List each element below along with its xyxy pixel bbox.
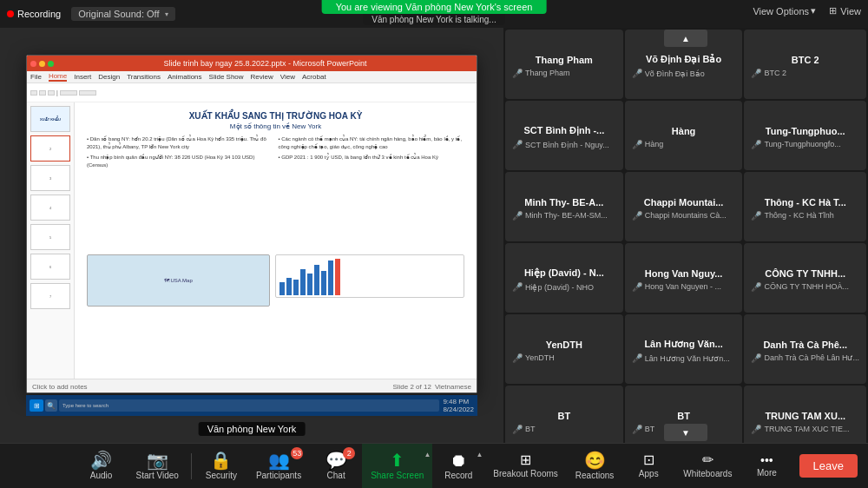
mic-icon-15: 🎤 <box>512 425 523 434</box>
slide-thumb-1[interactable]: XUẤT KHẨU <box>30 106 70 132</box>
scroll-down-button[interactable]: ▼ <box>664 424 707 441</box>
slide-thumb-5[interactable]: 5 <box>30 224 70 250</box>
participant-name-8: Thông - KC Hà T... <box>747 197 863 208</box>
toolbar-share-screen[interactable]: ⬆ Share Screen ▲ <box>362 444 432 489</box>
toolbar-start-video[interactable]: 📷 Start Video <box>128 444 187 489</box>
participant-name-14: Danh Trà Cà Phê... <box>747 340 863 350</box>
ribbon-tab-review[interactable]: Review <box>251 73 273 81</box>
participant-card-11: CÔNG TY TNHH... 🎤 CÔNG TY TNHH HOÀ... <box>744 243 866 313</box>
slide-thumb-2[interactable]: 2 <box>30 135 70 162</box>
leave-button[interactable]: Leave <box>799 454 858 478</box>
presentation-area: Slide trinh bay ngay 25.8.2022.pptx - Mi… <box>0 28 503 443</box>
slide-thumb-6[interactable]: 6 <box>30 254 70 280</box>
slide-title: XUẤT KHẨU SANG THỊ TRƯỜNG HOA KỲ <box>87 111 464 121</box>
record-caret[interactable]: ▲ <box>476 451 483 458</box>
record-icon: ⏺ <box>450 452 467 469</box>
ribbon-tab-design[interactable]: Design <box>98 73 120 81</box>
ribbon-tab-home[interactable]: Home <box>49 72 67 82</box>
toolbar-apps[interactable]: ⊡ Apps <box>622 444 674 489</box>
slide-bullets: • Dân số bang NY: hơn 20.2 triệu (Dân số… <box>87 135 273 251</box>
participant-card-0: Thang Pham 🎤 Thang Pham <box>505 30 623 99</box>
participant-sub-10: 🎤 Hong Van Nguyen - ... <box>628 282 740 292</box>
participant-sub-0: 🎤 Thang Pham <box>509 69 620 78</box>
participant-name-12: YenDTH <box>509 340 620 350</box>
mic-icon-7: 🎤 <box>632 211 642 221</box>
ribbon-tab-view[interactable]: View <box>280 73 295 81</box>
participant-card-8: Thông - KC Hà T... 🎤 Thông - KC Hà Tĩnh <box>744 172 866 241</box>
reactions-icon: 😊 <box>584 452 606 469</box>
toolbar-record[interactable]: ⏺ Record ▲ <box>432 444 484 489</box>
share-screen-icon: ⬆ <box>390 452 404 469</box>
pp-language: Vietnamese <box>435 383 471 391</box>
mic-icon-11: 🎤 <box>751 282 761 292</box>
mic-icon-2: 🎤 <box>751 69 761 78</box>
participant-sub-5: 🎤 Tung-Tungphuongfo... <box>747 140 863 149</box>
ribbon-tab-acrobat[interactable]: Acrobat <box>302 73 326 81</box>
participant-name-0: Thang Pham <box>509 55 620 65</box>
share-screen-caret[interactable]: ▲ <box>424 451 431 458</box>
ribbon-tab-transitions[interactable]: Transitions <box>127 73 161 81</box>
recording-dot <box>7 10 14 17</box>
slide-visuals: 🗺 USA Map <box>87 254 464 370</box>
pp-window-title: Slide trinh bay ngay 25.8.2022.pptx - Mi… <box>57 59 473 68</box>
audio-icon: 🔊 <box>90 452 112 469</box>
participant-name-3: SCT Bình Định -... <box>509 125 620 136</box>
pp-body: XUẤT KHẨU 2 3 4 5 6 7 XUẤT KHẨU SANG THỊ… <box>27 102 477 379</box>
security-icon: 🔒 <box>210 452 232 469</box>
participant-card-4: Hàng 🎤 Hàng <box>625 101 743 170</box>
mic-icon-16: 🎤 <box>632 425 642 434</box>
ribbon-tab-slideshow[interactable]: Slide Show <box>209 73 244 81</box>
toolbar-whiteboards[interactable]: ✏ Whiteboards <box>674 444 740 489</box>
participant-name-17: TRUNG TAM XU... <box>747 411 863 421</box>
original-sound-toggle[interactable]: Original Sound: Off ▾ <box>71 7 174 21</box>
ribbon-tab-file[interactable]: File <box>30 73 42 81</box>
whiteboards-label: Whiteboards <box>683 469 732 478</box>
reactions-label: Reactions <box>575 471 614 480</box>
view-options-button[interactable]: View Options ▾ <box>753 5 816 16</box>
mic-icon-5: 🎤 <box>751 140 761 149</box>
participant-sub-14: 🎤 Danh Trà Cà Phê Lân Hư... <box>747 353 863 363</box>
toolbar-more[interactable]: ••• More <box>740 444 792 489</box>
toolbar-breakout-rooms[interactable]: ⊞ Breakout Rooms <box>484 444 566 489</box>
slide-thumb-3[interactable]: 3 <box>30 165 70 191</box>
ribbon-tab-insert[interactable]: Insert <box>74 73 91 81</box>
bullet-1: • Dân số bang NY: hơn 20.2 triệu (Dân số… <box>87 135 273 151</box>
grid-view-icon[interactable]: ⊞ <box>829 5 837 16</box>
bullet-2: • Thu nhập bình quân đầu người NY: 38 22… <box>87 154 273 169</box>
participant-sub-4: 🎤 Hàng <box>628 140 740 149</box>
chat-badge: 2 <box>343 447 355 459</box>
pp-notes-hint: Click to add notes <box>32 383 88 391</box>
participant-sub-6: 🎤 Minh Thy- BE-AM-SM... <box>509 211 620 221</box>
chat-label: Chat <box>327 471 345 480</box>
video-icon: 📷 <box>147 452 168 469</box>
toolbar-participants[interactable]: 👥 Participants 53 <box>247 444 310 489</box>
participant-name-15: BT <box>509 411 620 421</box>
ribbon-tab-animations[interactable]: Animations <box>168 73 202 81</box>
slide-thumb-7[interactable]: 7 <box>30 283 70 309</box>
toolbar-security[interactable]: 🔒 Security <box>195 444 247 489</box>
view-banner-text: You are viewing Văn phòng New York's scr… <box>322 0 547 14</box>
taskbar-search[interactable]: 🔍 <box>45 399 57 412</box>
toolbar-reactions[interactable]: 😊 Reactions <box>567 444 622 489</box>
toolbar-chat[interactable]: 💬 Chat 2 <box>310 444 362 489</box>
search-bar[interactable]: Type here to search <box>59 399 439 412</box>
participant-name-2: BTC 2 <box>747 55 863 65</box>
scroll-up-button[interactable]: ▲ <box>664 30 707 47</box>
mic-icon-1: 🎤 <box>632 69 642 78</box>
video-label: Start Video <box>136 471 179 480</box>
slide-content: • Dân số bang NY: hơn 20.2 triệu (Dân số… <box>87 135 464 251</box>
mic-icon-13: 🎤 <box>632 353 642 363</box>
presenter-label: Văn phòng New York <box>199 422 306 436</box>
windows-taskbar: ⊞ 🔍 Type here to search 9:48 PM8/24/2022 <box>26 395 477 416</box>
view-banner-sub: Văn phòng New York is talking... <box>363 14 504 25</box>
whiteboards-icon: ✏ <box>702 453 713 467</box>
bullet-3: • Các ngành có thế mạnh của NY: tài chín… <box>279 135 465 151</box>
participant-card-13: Lân Hương Văn... 🎤 Lân Hương Văn Hươn... <box>625 314 743 384</box>
mic-icon-9: 🎤 <box>512 282 523 292</box>
start-button[interactable]: ⊞ <box>30 399 43 412</box>
slide-thumb-4[interactable]: 4 <box>30 195 70 221</box>
breakout-label: Breakout Rooms <box>493 469 557 478</box>
toolbar-audio[interactable]: 🔊 Audio <box>76 444 128 489</box>
pp-slides-panel: XUẤT KHẨU 2 3 4 5 6 7 <box>27 102 75 379</box>
main-content: Slide trinh bay ngay 25.8.2022.pptx - Mi… <box>0 28 868 443</box>
